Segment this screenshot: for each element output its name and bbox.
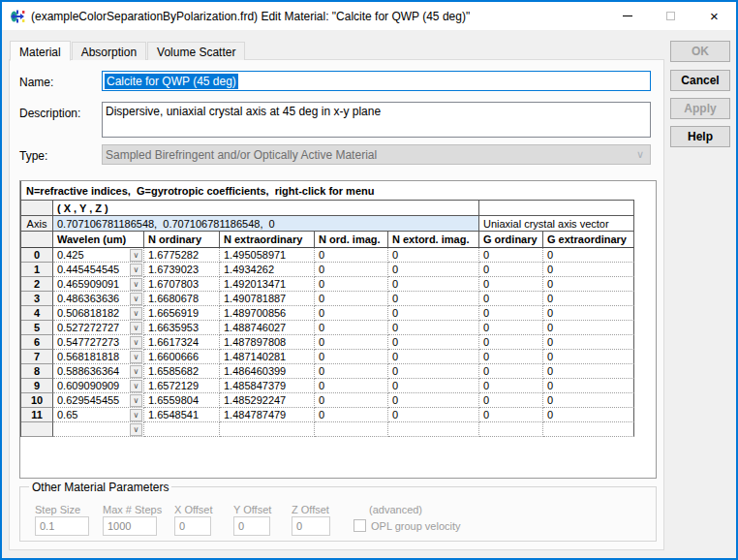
wavelength-cell[interactable]: 0.609090909∨ <box>53 379 144 393</box>
row-number[interactable]: 2 <box>21 277 53 292</box>
g-extraordinary-cell[interactable]: 0 <box>543 292 634 306</box>
n-ordinary-cell[interactable]: 1.6635953 <box>144 321 220 335</box>
column-header-wavelen[interactable]: Wavelen (um) <box>53 232 144 248</box>
n-ordinary-cell[interactable]: 1.6775282 <box>144 248 220 263</box>
wavelength-dropdown-button[interactable]: ∨ <box>130 336 142 349</box>
wavelength-cell[interactable]: 0.465909091∨ <box>53 277 144 292</box>
g-ordinary-cell[interactable]: 0 <box>479 248 543 263</box>
wavelength-dropdown-button[interactable]: ∨ <box>130 394 142 407</box>
wavelength-dropdown-button[interactable]: ∨ <box>130 307 142 320</box>
n-ord-imag-cell[interactable] <box>315 422 388 437</box>
wavelength-cell[interactable]: 0.486363636∨ <box>53 292 144 306</box>
row-number[interactable]: 4 <box>21 306 53 321</box>
close-button[interactable]: × <box>692 2 736 30</box>
wavelength-dropdown-button[interactable]: ∨ <box>130 293 142 305</box>
wavelength-dropdown-button[interactable]: ∨ <box>130 249 142 262</box>
n-extord-imag-cell[interactable]: 0 <box>388 408 479 422</box>
row-number[interactable]: 0 <box>21 248 53 263</box>
n-ordinary-cell[interactable]: 1.6617324 <box>144 335 220 350</box>
n-extraordinary-cell[interactable]: 1.484787479 <box>220 408 315 422</box>
n-extraordinary-cell[interactable]: 1.487140281 <box>220 350 315 364</box>
name-input[interactable]: Calcite for QWP (45 deg) <box>102 71 651 91</box>
g-extraordinary-cell[interactable]: 0 <box>543 379 634 393</box>
tab-volume-scatter[interactable]: Volume Scatter <box>147 42 245 60</box>
n-extord-imag-cell[interactable]: 0 <box>388 306 479 321</box>
g-ordinary-cell[interactable]: 0 <box>479 335 543 350</box>
g-extraordinary-cell[interactable]: 0 <box>543 335 634 350</box>
n-ord-imag-cell[interactable]: 0 <box>315 379 388 393</box>
row-number[interactable]: 6 <box>21 335 53 350</box>
wavelength-cell[interactable]: 0.65∨ <box>53 408 144 422</box>
g-ordinary-cell[interactable]: 0 <box>479 379 543 393</box>
wavelength-cell[interactable]: ∨ <box>53 422 144 437</box>
wavelength-cell[interactable]: 0.588636364∨ <box>53 364 144 379</box>
n-ordinary-cell[interactable]: 1.6600666 <box>144 350 220 364</box>
axis-vector-cell[interactable]: 0.707106781186548, 0.707106781186548, 0 <box>53 216 479 232</box>
wavelength-cell[interactable]: 0.629545455∨ <box>53 393 144 408</box>
n-ord-imag-cell[interactable]: 0 <box>315 248 388 263</box>
n-ord-imag-cell[interactable]: 0 <box>315 321 388 335</box>
n-extraordinary-cell[interactable]: 1.490781887 <box>220 292 315 306</box>
cancel-button[interactable]: Cancel <box>670 70 730 91</box>
n-extord-imag-cell[interactable] <box>388 422 479 437</box>
g-extraordinary-cell[interactable]: 0 <box>543 393 634 408</box>
wavelength-dropdown-button[interactable]: ∨ <box>130 423 142 436</box>
g-extraordinary-cell[interactable] <box>543 422 634 437</box>
g-ordinary-cell[interactable] <box>479 422 543 437</box>
n-extord-imag-cell[interactable]: 0 <box>388 248 479 263</box>
row-number[interactable]: 9 <box>21 379 53 393</box>
row-number[interactable]: 10 <box>21 393 53 408</box>
n-extraordinary-cell[interactable]: 1.485292247 <box>220 393 315 408</box>
g-extraordinary-cell[interactable]: 0 <box>543 350 634 364</box>
n-extraordinary-cell[interactable]: 1.489700856 <box>220 306 315 321</box>
n-extraordinary-cell[interactable]: 1.485847379 <box>220 379 315 393</box>
n-extord-imag-cell[interactable]: 0 <box>388 350 479 364</box>
n-ordinary-cell[interactable] <box>144 422 220 437</box>
n-ord-imag-cell[interactable]: 0 <box>315 393 388 408</box>
n-extraordinary-cell[interactable]: 1.492013471 <box>220 277 315 292</box>
wavelength-cell[interactable]: 0.506818182∨ <box>53 306 144 321</box>
axis-row-header[interactable]: Axis <box>21 216 53 232</box>
n-ordinary-cell[interactable]: 1.6548541 <box>144 408 220 422</box>
wavelength-cell[interactable]: 0.425∨ <box>53 248 144 263</box>
column-header-n-ordinary[interactable]: N ordinary <box>144 232 220 248</box>
g-ordinary-cell[interactable]: 0 <box>479 393 543 408</box>
row-number[interactable]: 8 <box>21 364 53 379</box>
wavelength-dropdown-button[interactable]: ∨ <box>130 322 142 334</box>
wavelength-dropdown-button[interactable]: ∨ <box>130 409 142 421</box>
g-ordinary-cell[interactable]: 0 <box>479 364 543 379</box>
g-ordinary-cell[interactable]: 0 <box>479 292 543 306</box>
g-extraordinary-cell[interactable]: 0 <box>543 263 634 277</box>
wavelength-dropdown-button[interactable]: ∨ <box>130 278 142 291</box>
row-number[interactable]: 3 <box>21 292 53 306</box>
g-extraordinary-cell[interactable]: 0 <box>543 277 634 292</box>
n-extord-imag-cell[interactable]: 0 <box>388 277 479 292</box>
row-number[interactable]: 5 <box>21 321 53 335</box>
n-extraordinary-cell[interactable]: 1.486460399 <box>220 364 315 379</box>
n-ordinary-cell[interactable]: 1.6707803 <box>144 277 220 292</box>
n-ord-imag-cell[interactable]: 0 <box>315 263 388 277</box>
wavelength-cell[interactable]: 0.547727273∨ <box>53 335 144 350</box>
n-ord-imag-cell[interactable]: 0 <box>315 408 388 422</box>
n-extord-imag-cell[interactable]: 0 <box>388 393 479 408</box>
g-extraordinary-cell[interactable]: 0 <box>543 306 634 321</box>
wavelength-dropdown-button[interactable]: ∨ <box>130 264 142 276</box>
n-extraordinary-cell[interactable]: 1.4934262 <box>220 263 315 277</box>
row-number[interactable]: 11 <box>21 408 53 422</box>
g-extraordinary-cell[interactable]: 0 <box>543 408 634 422</box>
n-ord-imag-cell[interactable]: 0 <box>315 350 388 364</box>
n-extord-imag-cell[interactable]: 0 <box>388 335 479 350</box>
help-button[interactable]: Help <box>670 126 730 147</box>
n-extord-imag-cell[interactable]: 0 <box>388 321 479 335</box>
description-input[interactable]: Dispersive, uniaxial crystal axis at 45 … <box>102 102 651 138</box>
tab-material[interactable]: Material <box>10 41 71 61</box>
n-ordinary-cell[interactable]: 1.6559804 <box>144 393 220 408</box>
g-ordinary-cell[interactable]: 0 <box>479 306 543 321</box>
n-ordinary-cell[interactable]: 1.6680678 <box>144 292 220 306</box>
n-extord-imag-cell[interactable]: 0 <box>388 263 479 277</box>
n-ord-imag-cell[interactable]: 0 <box>315 335 388 350</box>
wavelength-dropdown-button[interactable]: ∨ <box>130 351 142 363</box>
column-header-n-extord-imag[interactable]: N extord. imag. <box>388 232 479 248</box>
n-ordinary-cell[interactable]: 1.6572129 <box>144 379 220 393</box>
n-extord-imag-cell[interactable]: 0 <box>388 364 479 379</box>
